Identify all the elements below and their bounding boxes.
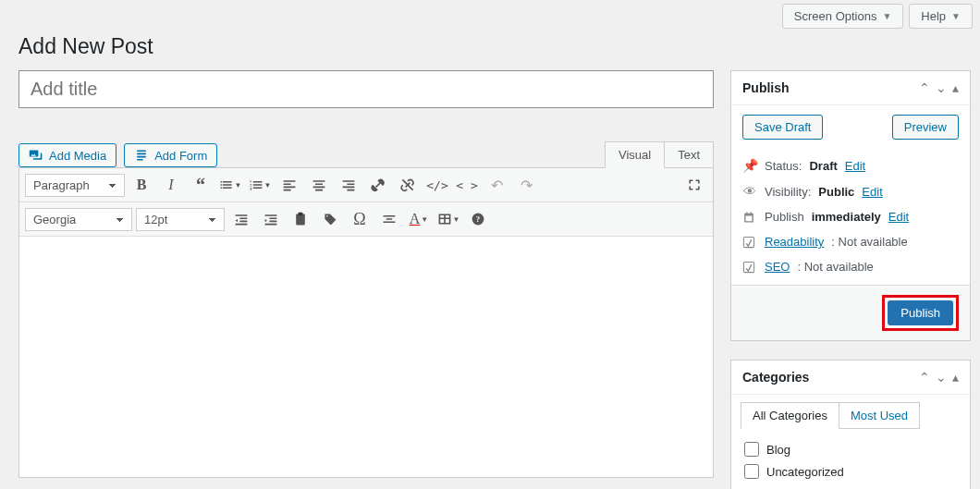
help-label: Help [921, 9, 946, 23]
screen-options-button[interactable]: Screen Options ▼ [782, 4, 904, 29]
status-value: Draft [809, 159, 837, 173]
svg-rect-0 [296, 214, 305, 225]
bullet-list-icon[interactable]: ▼ [217, 172, 243, 198]
text-color-icon[interactable]: A▼ [406, 206, 432, 232]
move-down-icon[interactable]: ⌄ [936, 80, 947, 95]
schedule-label: Publish [765, 210, 804, 224]
fullscreen-icon[interactable] [681, 172, 707, 198]
svg-text:?: ? [476, 214, 480, 224]
visibility-value: Public [818, 185, 854, 199]
calendar-icon [742, 211, 757, 224]
yoast-seo-icon [742, 261, 757, 274]
chevron-down-icon: ▼ [882, 11, 891, 21]
add-media-label: Add Media [49, 149, 106, 163]
move-up-icon[interactable]: ⌃ [919, 370, 930, 385]
undo-icon[interactable]: ↶ [484, 172, 509, 198]
category-label: Blog [766, 443, 790, 457]
publish-title: Publish [742, 80, 790, 95]
svg-rect-1 [299, 213, 303, 215]
publish-button[interactable]: Publish [888, 300, 953, 325]
outdent-icon[interactable] [228, 206, 254, 232]
seo-value: : Not available [797, 260, 873, 274]
page-title: Add New Post [0, 29, 980, 59]
visibility-label: Visibility: [765, 185, 811, 199]
bold-icon[interactable]: B [129, 172, 154, 198]
yoast-readability-icon [742, 236, 757, 249]
unlink-icon[interactable] [395, 172, 421, 198]
publish-metabox: Publish ⌃ ⌄ ▴ Save Draft Preview 📌 Statu… [730, 70, 971, 341]
font-select[interactable]: Georgia [25, 208, 132, 231]
table-icon[interactable]: ▼ [435, 206, 461, 232]
collapse-icon[interactable]: ▴ [952, 370, 959, 385]
special-char-icon[interactable]: Ω [347, 206, 373, 232]
visibility-icon: 👁 [742, 184, 757, 199]
paste-icon[interactable] [288, 206, 313, 232]
category-item[interactable]: Uncategorized [744, 460, 957, 483]
move-down-icon[interactable]: ⌄ [936, 370, 947, 385]
editor-body[interactable] [19, 237, 713, 477]
categories-title: Categories [742, 370, 809, 385]
redo-icon[interactable]: ↷ [513, 172, 539, 198]
category-checkbox-blog[interactable] [744, 442, 759, 457]
toolbar-row-2: Georgia 12pt Ω A▼ ▼ ? [19, 202, 713, 237]
add-media-button[interactable]: Add Media [18, 143, 116, 167]
preview-button[interactable]: Preview [892, 115, 959, 140]
fontsize-select[interactable]: 12pt [136, 208, 225, 231]
chevron-down-icon: ▼ [951, 11, 961, 21]
category-checkbox-uncategorized[interactable] [744, 464, 759, 479]
link-icon[interactable] [365, 172, 391, 198]
edit-status-link[interactable]: Edit [845, 159, 865, 173]
category-label: Uncategorized [766, 465, 844, 479]
italic-icon[interactable]: I [158, 172, 184, 198]
status-label: Status: [765, 159, 802, 173]
tab-all-categories[interactable]: All Categories [741, 402, 839, 429]
help-button[interactable]: Help ▼ [909, 4, 973, 29]
readability-value: : Not available [831, 235, 907, 249]
pin-icon: 📌 [742, 158, 757, 173]
edit-schedule-link[interactable]: Edit [888, 210, 909, 224]
tab-text[interactable]: Text [665, 141, 714, 168]
indent-icon[interactable] [258, 206, 284, 232]
tag-icon[interactable] [317, 206, 343, 232]
toolbar-row-1: Paragraph B I “ ▼ ▼ </> < > ↶ ↷ [19, 168, 713, 202]
publish-highlight: Publish [882, 295, 959, 331]
form-icon [134, 148, 149, 163]
screen-options-label: Screen Options [794, 9, 877, 23]
categories-metabox: Categories ⌃ ⌄ ▴ All Categories Most Use… [730, 360, 971, 489]
numbered-list-icon[interactable]: ▼ [247, 172, 273, 198]
align-left-icon[interactable] [276, 172, 302, 198]
tab-visual[interactable]: Visual [605, 141, 665, 168]
align-center-icon[interactable] [306, 172, 332, 198]
clear-format-icon[interactable] [376, 206, 402, 232]
schedule-value: immediately [812, 210, 881, 224]
align-right-icon[interactable] [336, 172, 361, 198]
help-icon[interactable]: ? [465, 206, 491, 232]
seo-link[interactable]: SEO [765, 260, 790, 274]
add-form-button[interactable]: Add Form [124, 143, 217, 167]
collapse-icon[interactable]: ▴ [952, 80, 959, 95]
save-draft-button[interactable]: Save Draft [742, 115, 823, 140]
tab-most-used[interactable]: Most Used [839, 402, 920, 429]
media-icon [29, 148, 43, 163]
blockquote-icon[interactable]: “ [188, 172, 214, 198]
category-item[interactable]: Blog [744, 438, 957, 460]
add-form-label: Add Form [154, 149, 207, 163]
edit-visibility-link[interactable]: Edit [862, 185, 882, 199]
move-up-icon[interactable]: ⌃ [919, 80, 930, 95]
post-title-input[interactable] [18, 70, 714, 108]
readability-link[interactable]: Readability [765, 235, 824, 249]
codeblock-icon[interactable]: < > [454, 172, 480, 198]
format-select[interactable]: Paragraph [25, 174, 125, 197]
editor-container: Paragraph B I “ ▼ ▼ </> < > ↶ ↷ Georgia … [18, 167, 714, 478]
code-icon[interactable]: </> [424, 172, 450, 198]
